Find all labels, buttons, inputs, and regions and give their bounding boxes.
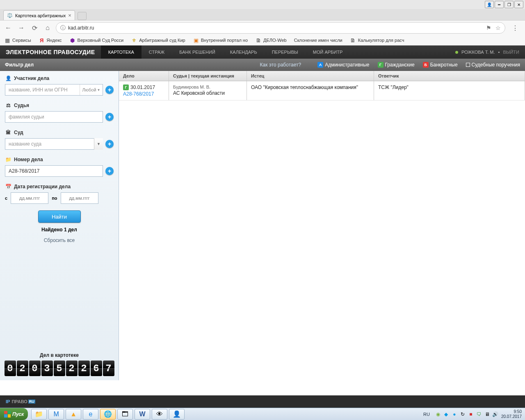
nav-bank[interactable]: БАНК РЕШЕНИЙ	[172, 46, 223, 59]
found-count: Найдено 1 дел	[5, 227, 114, 233]
bookmark-star-icon[interactable]: ☆	[495, 25, 501, 31]
task-ie[interactable]: e	[83, 409, 98, 420]
logout-link[interactable]: ВЫЙТИ	[503, 50, 519, 55]
app-header: ЭЛЕКТРОННОЕ ПРАВОСУДИЕ КАРТОТЕКА СТРАЖ Б…	[0, 46, 525, 59]
bookmark-delo[interactable]: 🗎ДЕЛО-Web	[255, 37, 287, 43]
table-row[interactable]: Г30.01.2017 А28-768/2017 Будимирова М. В…	[119, 81, 525, 100]
date-to-input[interactable]	[61, 192, 98, 204]
filter-civil[interactable]: ГГражданские	[378, 62, 415, 68]
tray-volume-icon[interactable]: 🔊	[492, 411, 499, 418]
portal-icon: ▣	[193, 37, 199, 43]
site-info-icon[interactable]: ⓘ	[60, 24, 66, 32]
how-it-works-link[interactable]: Как это работает?	[260, 62, 301, 68]
task-maxthon[interactable]: M	[48, 409, 64, 420]
bankrupt-badge-icon: Б	[423, 62, 429, 68]
task-explorer[interactable]: 📁	[31, 409, 47, 420]
task-word[interactable]: W	[135, 409, 150, 420]
reload-button[interactable]: ⟳	[30, 23, 39, 33]
minimize-button[interactable]: ━	[495, 1, 504, 8]
browser-tab[interactable]: ⚖️ Картотека арбитражных ×	[3, 10, 75, 20]
start-button[interactable]: Пуск	[0, 408, 28, 420]
bookmark-declension[interactable]: Склонение имен числи	[294, 38, 342, 43]
task-app1[interactable]: ▲	[66, 409, 81, 420]
case-date: 30.01.2017	[130, 84, 155, 90]
nav-breaks[interactable]: ПЕРЕРЫВЫ	[265, 46, 306, 59]
add-participant-button[interactable]: +	[105, 86, 114, 94]
translate-icon[interactable]: ⚑	[486, 25, 491, 31]
judge-label: Судья	[14, 103, 29, 108]
task-app4[interactable]: 👤	[169, 409, 185, 420]
close-window-button[interactable]: ✕	[514, 1, 523, 8]
checkbox-icon	[466, 63, 470, 67]
bookmark-portal[interactable]: ▣Внутренний портал но	[193, 37, 248, 43]
reset-link[interactable]: Сбросить все	[5, 237, 114, 243]
nav-kartoteka[interactable]: КАРТОТЕКА	[101, 46, 142, 59]
add-court-button[interactable]: +	[105, 140, 114, 148]
tray-icon[interactable]: 🗨	[476, 411, 482, 418]
counter-digit: 2	[66, 361, 78, 376]
close-tab-icon[interactable]: ×	[68, 12, 71, 18]
counter-digit: 2	[17, 361, 28, 376]
nav-calendar[interactable]: КАЛЕНДАРЬ	[223, 46, 265, 59]
forward-button[interactable]: →	[16, 23, 26, 33]
participant-scope-select[interactable]: Любой▼	[80, 84, 103, 95]
home-button[interactable]: ⌂	[43, 23, 52, 33]
filter-court-orders[interactable]: Судебные поручения	[466, 62, 520, 68]
case-number-link[interactable]: А28-768/2017	[123, 91, 164, 97]
system-tray: RU ◉ ◆ ● ↻ ■ 🗨 🖥 🔊 9:50 20.07.2017	[421, 409, 525, 419]
bookmark-yandex[interactable]: ЯЯндекс	[39, 37, 62, 43]
bookmark-apps[interactable]: ▦Сервисы	[4, 37, 31, 43]
tab-title: Картотека арбитражных	[15, 13, 66, 18]
date-from-label: с	[5, 196, 7, 201]
header-defendant[interactable]: Ответчик	[374, 71, 525, 81]
back-button[interactable]: ←	[3, 23, 13, 33]
online-status-icon	[455, 51, 458, 54]
bookmark-arb[interactable]: ⚜Арбитражный суд Кир	[131, 37, 185, 43]
date-to-label: по	[52, 196, 57, 201]
user-name[interactable]: РОЖКОВА Т. М.	[461, 50, 495, 55]
filter-admin[interactable]: ААдминистративные	[317, 62, 369, 68]
pravo-logo-suffix: RU	[28, 399, 35, 404]
counter-digit: 7	[103, 361, 114, 376]
maximize-button[interactable]: ❐	[504, 1, 514, 8]
tray-icon[interactable]: ↻	[459, 411, 466, 418]
court-name: АС Кировской области	[173, 90, 242, 96]
counter-digit: 5	[54, 361, 65, 376]
header-case[interactable]: Дело	[119, 71, 169, 81]
tray-icon[interactable]: ◆	[443, 411, 450, 418]
search-button[interactable]: Найти	[38, 210, 81, 223]
filter-bankrupt[interactable]: ББанкротные	[423, 62, 458, 68]
task-app3[interactable]: 👁	[152, 409, 167, 420]
tray-icon[interactable]: ◉	[435, 411, 441, 418]
task-app2[interactable]: 🗔	[117, 409, 133, 420]
url-field[interactable]: ⓘ kad.arbitr.ru ⚑ ☆	[56, 22, 505, 34]
add-judge-button[interactable]: +	[105, 113, 114, 121]
tray-icon[interactable]: 🖥	[484, 411, 491, 418]
task-chrome[interactable]: 🌐	[100, 409, 116, 420]
document-icon: 🗎	[255, 37, 262, 43]
nav-myarbitr[interactable]: МОЙ АРБИТР	[306, 46, 350, 59]
new-tab-button[interactable]	[78, 12, 87, 20]
tray-icon[interactable]: ●	[451, 411, 458, 418]
case-number-input[interactable]	[5, 165, 103, 177]
court-input[interactable]	[5, 138, 103, 150]
user-button[interactable]: 👤	[485, 1, 494, 8]
court-dropdown-toggle[interactable]: ▼	[94, 138, 103, 150]
tab-favicon: ⚖️	[7, 13, 13, 18]
judge-input[interactable]	[5, 111, 103, 123]
tray-icon[interactable]: ■	[468, 411, 474, 418]
header-plaintiff[interactable]: Истец	[247, 71, 374, 81]
add-case-button[interactable]: +	[105, 167, 114, 175]
eagle-icon: ⚜	[131, 37, 137, 43]
apps-grid-icon: ▦	[4, 37, 11, 43]
nav-strazh[interactable]: СТРАЖ	[142, 46, 172, 59]
language-indicator[interactable]: RU	[421, 412, 432, 417]
bookmark-vs[interactable]: ⬢Верховный Суд Росси	[69, 37, 124, 43]
window-control-bar: 👤 ━ ❐ ✕	[0, 0, 525, 9]
clock[interactable]: 9:50 20.07.2017	[501, 409, 522, 419]
bookmark-calc[interactable]: 🗎Калькулятор для расч	[350, 37, 404, 43]
browser-menu-button[interactable]: ⋮	[509, 24, 522, 32]
header-judge[interactable]: Судья | текущая инстанция	[169, 71, 247, 81]
gavel-icon: ⚖	[5, 102, 11, 109]
date-from-input[interactable]	[11, 192, 48, 204]
